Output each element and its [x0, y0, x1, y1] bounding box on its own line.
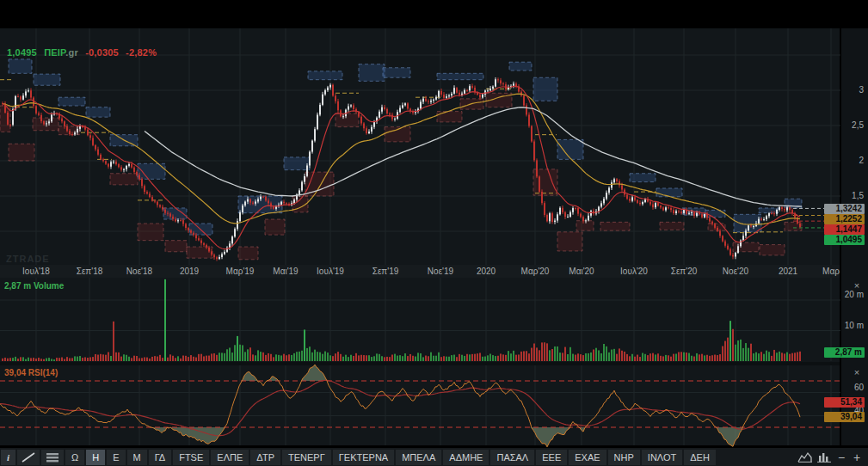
symbol-tab-Ω[interactable]: Ω	[65, 450, 84, 465]
price-badge: 1,2252	[824, 214, 865, 224]
symbol-tab-ΤΕΝΕΡΓ[interactable]: ΤΕΝΕΡΓ	[282, 450, 331, 465]
volume-axis-label[interactable]: 10 m	[841, 321, 864, 330]
xaxis-tick-label[interactable]: Σεπ'18	[77, 267, 103, 276]
bar-chart-icon[interactable]	[815, 450, 834, 465]
xaxis-tick-label[interactable]: Νοε'19	[428, 267, 453, 276]
price-axis-label[interactable]: 2,5	[843, 120, 864, 130]
symbol-tab-ΓΔ[interactable]: ΓΔ	[149, 450, 171, 465]
toolbar-right-group: − +	[796, 450, 868, 465]
area-chart-icon[interactable]	[796, 450, 815, 465]
xaxis-tick-label[interactable]: Μαι'20	[569, 267, 594, 276]
xaxis-tick-label[interactable]: 2021	[779, 267, 797, 276]
rsi-badge: 39,04	[824, 412, 865, 422]
volume-axis-label[interactable]: 20 m	[841, 290, 864, 299]
xaxis-tick-label[interactable]: Ιουλ'20	[620, 267, 648, 276]
symbol-tab-ΓΕΚΤΕΡΝΑ[interactable]: ΓΕΚΤΕΡΝΑ	[333, 450, 394, 465]
symbol-tab-ΕΧΑΕ[interactable]: ΕΧΑΕ	[569, 450, 606, 465]
symbol-tab-ΑΔΜΗΕ[interactable]: ΑΔΜΗΕ	[443, 450, 489, 465]
symbol-tab-ΝΗΡ[interactable]: ΝΗΡ	[608, 450, 640, 465]
price-badge: 1,3242	[824, 204, 865, 214]
xaxis-tick-label[interactable]: 2019	[180, 267, 199, 276]
zoom-in-button[interactable]: +	[849, 450, 865, 465]
symbol-tab-Μ[interactable]: Μ	[127, 450, 147, 465]
xaxis-tick-label[interactable]: Νοε'20	[723, 267, 748, 276]
trendline-tool-icon[interactable]	[17, 450, 40, 465]
xaxis-tick-label[interactable]: Νοε'18	[126, 267, 152, 276]
rsi-badge: 51,34	[824, 397, 865, 408]
price-axis-label[interactable]: 3	[843, 85, 864, 95]
price-badge: 1,0495	[824, 235, 865, 245]
xaxis-tick-label[interactable]: Ιουλ'19	[317, 267, 344, 276]
xaxis-tick-label[interactable]: Σεπ'20	[671, 267, 698, 276]
price-axis-label[interactable]: 1,5	[843, 191, 864, 200]
bottom-toolbar: i ΩΗΕΜΓΔFTSEΕΛΠΕΔΤΡΤΕΝΕΡΓΓΕΚΤΕΡΝΑΜΠΕΛΑΑΔ…	[0, 447, 868, 466]
symbol-tab-ΕΛΠΕ[interactable]: ΕΛΠΕ	[211, 450, 249, 465]
zoom-out-button[interactable]: −	[834, 450, 849, 465]
rsi-pane-close-icon[interactable]: ×	[851, 367, 863, 379]
xaxis-tick-label[interactable]: Μαρ'19	[226, 267, 255, 276]
xaxis-tick-label[interactable]: Μαρ'20	[521, 267, 550, 276]
symbol-tab-Ε[interactable]: Ε	[107, 450, 125, 465]
watchlist-icon[interactable]	[41, 450, 64, 465]
xaxis-tick-label[interactable]: Μαι'19	[273, 267, 298, 276]
xaxis-tick-label[interactable]: Σεπ'19	[372, 267, 399, 276]
price-axis-label[interactable]: 2	[843, 156, 864, 165]
info-button[interactable]: i	[1, 450, 15, 465]
symbol-tab-ΔΕΗ[interactable]: ΔΕΗ	[684, 450, 716, 465]
symbol-tab-ΔΤΡ[interactable]: ΔΤΡ	[250, 450, 280, 465]
xaxis-tick-label[interactable]: 2020	[477, 267, 496, 276]
chart-canvas[interactable]	[0, 0, 868, 466]
price-badge: 1,1447	[824, 224, 865, 235]
xaxis-tick-label[interactable]: Μαρ	[822, 267, 840, 276]
symbol-tab-ΜΠΕΛΑ[interactable]: ΜΠΕΛΑ	[396, 450, 441, 465]
symbol-tab-ΙΝΛΟΤ[interactable]: ΙΝΛΟΤ	[642, 450, 682, 465]
trading-app: 1,0495 ΠΕΙΡ.gr -0,0305 -2,82% ZTRADE 2,8…	[0, 0, 868, 466]
symbol-tab-ΠΑΣΑΛ[interactable]: ΠΑΣΑΛ	[490, 450, 534, 465]
symbol-tab-ΕΕΕ[interactable]: ΕΕΕ	[536, 450, 567, 465]
rsi-axis-label[interactable]: 60	[843, 383, 864, 392]
xaxis-tick-label[interactable]: Ιουλ'18	[22, 267, 50, 276]
symbol-tab-FTSE[interactable]: FTSE	[173, 450, 209, 465]
volume-current-badge: 2,87 m	[824, 347, 865, 358]
symbol-tab-Η[interactable]: Η	[86, 450, 105, 465]
